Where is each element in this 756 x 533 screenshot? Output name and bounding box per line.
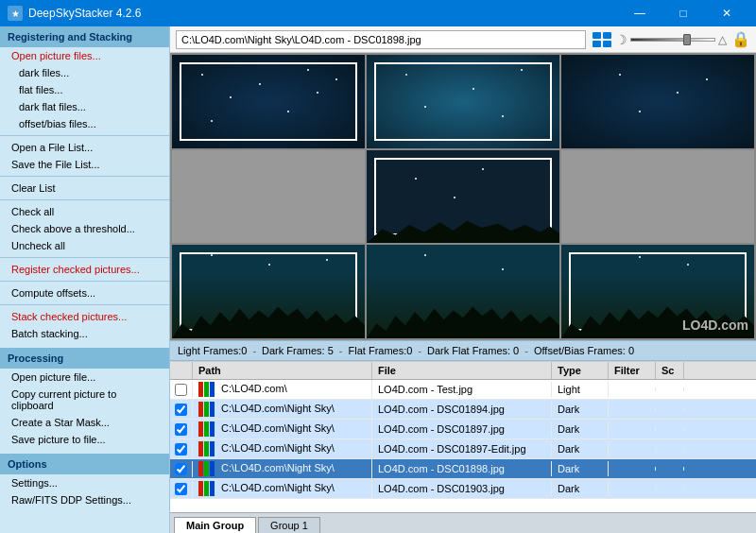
preview-cell-8 [367, 245, 559, 338]
brightness-slider[interactable] [630, 33, 715, 46]
window-controls: — □ ✕ [618, 0, 748, 26]
td-path-6: C:\LO4D.com\Night Sky\ [193, 479, 372, 498]
flat-frames: Flat Frames:0 [349, 345, 413, 356]
table-row: C:\LO4D.com\Night Sky\ LO4D.com - DSC018… [170, 420, 756, 439]
preview-cell-9 [561, 245, 754, 338]
table-header: Path File Type Filter Sc [170, 362, 756, 380]
th-type: Type [552, 362, 609, 379]
row-thumb-2 [198, 402, 217, 417]
table-row: C:\LO4D.com\ LO4D.com - Test.jpg Light [170, 380, 756, 400]
file-table-area: Path File Type Filter Sc C:\LO4D.com\ LO… [170, 361, 756, 512]
preview-cell-3 [561, 55, 754, 148]
td-type-3: Dark [552, 421, 609, 437]
sun-icon: △ [718, 33, 727, 46]
content-area: ☽ △ 🔒 [170, 26, 756, 533]
td-path-3: C:\LO4D.com\Night Sky\ [193, 420, 372, 438]
divider-3 [0, 199, 169, 200]
row-checkbox-3[interactable] [175, 423, 187, 436]
td-path-2: C:\LO4D.com\Night Sky\ [193, 400, 372, 419]
td-score-4 [656, 447, 684, 451]
preview-area: LO4D.com [170, 53, 756, 340]
row-checkbox-6[interactable] [175, 483, 187, 495]
td-type-2: Dark [552, 402, 609, 417]
maximize-button[interactable]: □ [662, 0, 705, 26]
path-input[interactable] [176, 30, 586, 49]
preview-border-1 [180, 62, 357, 141]
sidebar-item-raw-fits[interactable]: Raw/FITS DDP Settings... [0, 491, 169, 508]
close-button[interactable]: ✕ [705, 0, 748, 26]
sidebar-item-uncheck-all[interactable]: Uncheck all [0, 237, 169, 254]
td-check-2[interactable] [170, 402, 193, 418]
sidebar-item-open-file-list[interactable]: Open a File List... [0, 139, 169, 156]
td-score-2 [656, 407, 684, 411]
row-checkbox-5[interactable] [175, 463, 187, 475]
sidebar-item-clear-list[interactable]: Clear List [0, 180, 169, 197]
td-score-1 [656, 387, 684, 391]
th-check [170, 362, 193, 379]
td-score-5 [656, 467, 684, 471]
sidebar-item-stack[interactable]: Stack checked pictures... [0, 308, 169, 325]
divider-2 [0, 176, 169, 177]
divider-6 [0, 304, 169, 305]
app-title: DeepSkyStacker 4.2.6 [28, 7, 141, 20]
sidebar-item-open-pictures[interactable]: Open picture files... [0, 47, 169, 64]
sidebar-item-register[interactable]: Register checked pictures... [0, 261, 169, 278]
sidebar-item-dark-files[interactable]: dark files... [0, 64, 169, 81]
sidebar-item-settings[interactable]: Settings... [0, 474, 169, 491]
td-check-6[interactable] [170, 481, 193, 497]
moon-icon: ☽ [615, 32, 627, 47]
td-filter-5 [609, 467, 656, 471]
td-filter-2 [609, 407, 656, 411]
svg-rect-1 [603, 32, 611, 39]
dark-frames: Dark Frames: 5 [262, 345, 334, 356]
td-check-1[interactable] [170, 382, 193, 398]
td-file-1: LO4D.com - Test.jpg [372, 382, 552, 397]
table-row: C:\LO4D.com\Night Sky\ LO4D.com - DSC018… [170, 459, 756, 479]
th-score: Sc [656, 362, 684, 379]
td-filter-3 [609, 427, 656, 431]
td-check-3[interactable] [170, 421, 193, 438]
row-checkbox-4[interactable] [175, 443, 187, 456]
divider-5 [0, 281, 169, 282]
svg-rect-3 [603, 41, 611, 47]
preview-cell-4 [172, 150, 365, 244]
table-row: C:\LO4D.com\Night Sky\ LO4D.com - DSC018… [170, 400, 756, 420]
sidebar-item-check-all[interactable]: Check all [0, 203, 169, 220]
tab-main-group[interactable]: Main Group [174, 517, 256, 533]
divider-4 [0, 257, 169, 258]
td-filter-6 [609, 487, 656, 490]
sidebar-item-compute-offsets[interactable]: Compute offsets... [0, 284, 169, 301]
minimize-button[interactable]: — [618, 0, 662, 26]
sidebar-item-star-mask[interactable]: Create a Star Mask... [0, 414, 169, 431]
row-thumb-6 [198, 481, 217, 496]
grid-view-icon[interactable] [592, 31, 612, 48]
td-score-3 [656, 427, 684, 431]
sidebar-item-dark-flat-files[interactable]: dark flat files... [0, 98, 169, 115]
preview-cell-1 [172, 55, 365, 148]
main-layout: Registering and Stacking Open picture fi… [0, 26, 756, 533]
sidebar-item-save-file-list[interactable]: Save the File List... [0, 156, 169, 173]
sidebar-section-processing: Processing [0, 348, 169, 369]
td-type-4: Dark [552, 441, 609, 456]
row-checkbox-1[interactable] [175, 384, 187, 396]
td-check-5[interactable] [170, 461, 193, 477]
sidebar-item-batch[interactable]: Batch stacking... [0, 325, 169, 342]
tab-group-1[interactable]: Group 1 [258, 517, 320, 533]
sidebar-item-check-threshold[interactable]: Check above a threshold... [0, 220, 169, 237]
td-file-4: LO4D.com - DSC01897-Edit.jpg [372, 441, 552, 456]
td-check-4[interactable] [170, 441, 193, 457]
title-bar: ★ DeepSkyStacker 4.2.6 — □ ✕ [0, 0, 756, 26]
row-thumb-1 [198, 382, 217, 397]
row-checkbox-2[interactable] [175, 404, 187, 416]
sidebar-item-open-picture[interactable]: Open picture file... [0, 369, 169, 386]
th-file: File [372, 362, 552, 379]
sidebar-section-register: Registering and Stacking [0, 26, 169, 47]
sidebar-item-flat-files[interactable]: flat files... [0, 81, 169, 98]
light-frames: Light Frames:0 [178, 345, 247, 356]
sidebar-item-save-picture[interactable]: Save picture to file... [0, 431, 169, 448]
sidebar-item-copy-clipboard[interactable]: Copy current picture to clipboard [0, 386, 169, 414]
sidebar-item-offset-bias[interactable]: offset/bias files... [0, 115, 169, 132]
sidebar-section-options: Options [0, 454, 169, 474]
top-bar: ☽ △ 🔒 [170, 26, 756, 53]
td-path-1: C:\LO4D.com\ [193, 380, 372, 399]
